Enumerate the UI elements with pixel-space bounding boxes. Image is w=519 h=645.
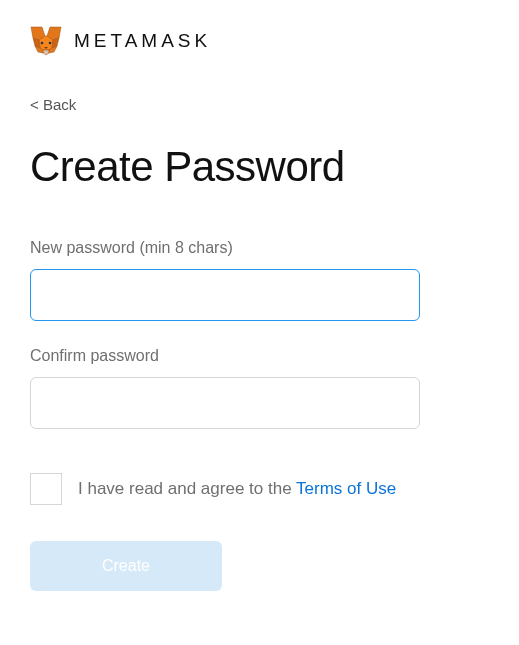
new-password-input[interactable] [30,269,420,321]
page-title: Create Password [30,143,489,191]
terms-row: I have read and agree to the Terms of Us… [30,473,489,505]
confirm-password-label: Confirm password [30,347,489,365]
svg-point-9 [49,42,52,45]
back-link[interactable]: < Back [30,96,76,113]
terms-prefix: I have read and agree to the [78,479,296,498]
brand-name: METAMASK [74,30,211,52]
terms-text: I have read and agree to the Terms of Us… [78,479,396,499]
svg-point-8 [41,42,44,45]
confirm-password-input[interactable] [30,377,420,429]
create-button[interactable]: Create [30,541,222,591]
svg-marker-5 [43,50,49,55]
metamask-fox-icon [30,26,62,56]
terms-checkbox[interactable] [30,473,62,505]
app-header: METAMASK [30,26,489,56]
terms-of-use-link[interactable]: Terms of Use [296,479,396,498]
new-password-label: New password (min 8 chars) [30,239,489,257]
